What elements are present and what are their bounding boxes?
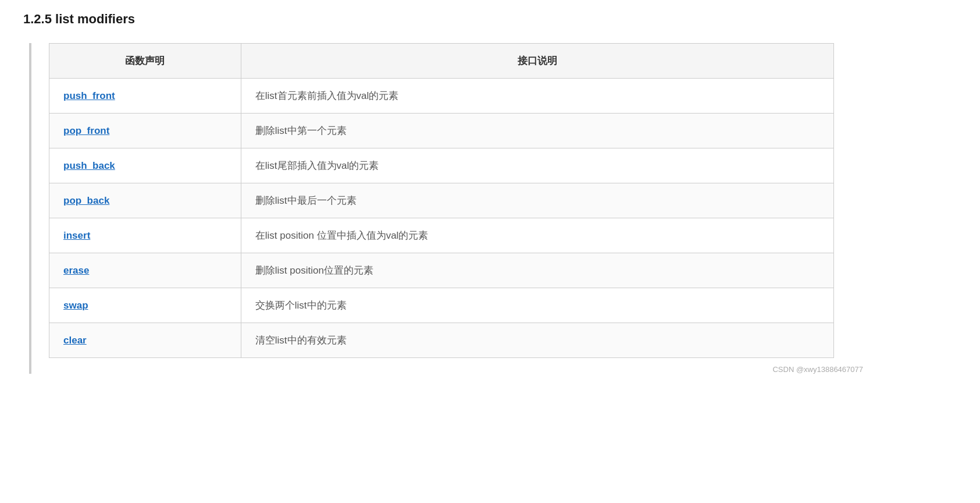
- func-cell: erase: [49, 253, 241, 288]
- page-title: 1.2.5 list modifiers: [23, 12, 957, 27]
- func-link[interactable]: swap: [63, 300, 88, 311]
- func-link[interactable]: push_back: [63, 160, 115, 171]
- func-cell: clear: [49, 323, 241, 358]
- header-desc-col: 接口说明: [241, 44, 833, 79]
- desc-cell: 在list首元素前插入值为val的元素: [241, 79, 833, 114]
- func-cell: push_front: [49, 79, 241, 114]
- func-cell: swap: [49, 288, 241, 323]
- table-header-row: 函数声明 接口说明: [49, 44, 834, 79]
- table-row: push_back在list尾部插入值为val的元素: [49, 148, 834, 183]
- desc-cell: 在list尾部插入值为val的元素: [241, 148, 833, 183]
- desc-cell: 删除list position位置的元素: [241, 253, 833, 288]
- table-row: pop_back删除list中最后一个元素: [49, 183, 834, 218]
- table-row: pop_front删除list中第一个元素: [49, 114, 834, 148]
- modifiers-table: 函数声明 接口说明 push_front在list首元素前插入值为val的元素p…: [49, 43, 834, 358]
- watermark: CSDN @xwy13886467077: [49, 365, 863, 374]
- func-cell: insert: [49, 218, 241, 253]
- func-cell: pop_front: [49, 114, 241, 148]
- desc-cell: 清空list中的有效元素: [241, 323, 833, 358]
- content-section: 函数声明 接口说明 push_front在list首元素前插入值为val的元素p…: [29, 43, 957, 374]
- header-func-col: 函数声明: [49, 44, 241, 79]
- desc-cell: 删除list中第一个元素: [241, 114, 833, 148]
- func-link[interactable]: pop_front: [63, 125, 109, 136]
- func-link[interactable]: erase: [63, 265, 89, 276]
- table-row: erase删除list position位置的元素: [49, 253, 834, 288]
- func-link[interactable]: pop_back: [63, 195, 109, 206]
- func-link[interactable]: push_front: [63, 90, 115, 101]
- func-cell: pop_back: [49, 183, 241, 218]
- table-row: insert在list position 位置中插入值为val的元素: [49, 218, 834, 253]
- table-row: push_front在list首元素前插入值为val的元素: [49, 79, 834, 114]
- func-link[interactable]: clear: [63, 335, 87, 346]
- table-row: swap交换两个list中的元素: [49, 288, 834, 323]
- desc-cell: 删除list中最后一个元素: [241, 183, 833, 218]
- func-link[interactable]: insert: [63, 230, 90, 241]
- func-cell: push_back: [49, 148, 241, 183]
- table-wrapper: 函数声明 接口说明 push_front在list首元素前插入值为val的元素p…: [49, 43, 957, 358]
- table-row: clear清空list中的有效元素: [49, 323, 834, 358]
- desc-cell: 交换两个list中的元素: [241, 288, 833, 323]
- desc-cell: 在list position 位置中插入值为val的元素: [241, 218, 833, 253]
